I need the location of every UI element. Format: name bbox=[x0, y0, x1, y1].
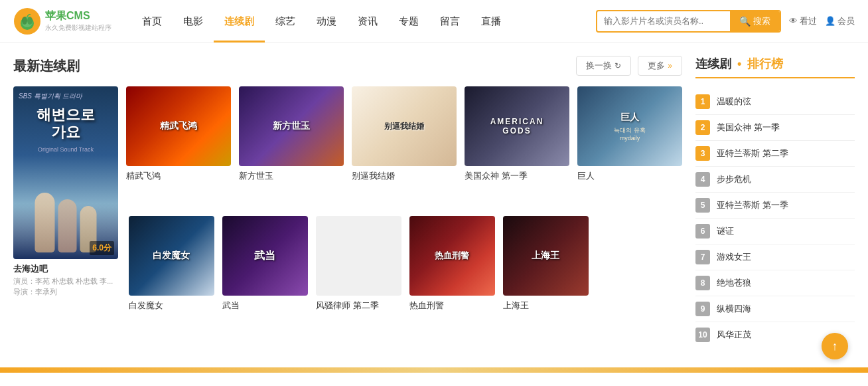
user-icon: 👤 bbox=[825, 16, 835, 26]
ranking-item-3[interactable]: 3 亚特兰蒂斯 第二季 bbox=[695, 141, 855, 167]
movie-title-8: 武当 bbox=[222, 300, 308, 312]
section-title: 最新连续剧 bbox=[13, 57, 80, 75]
ranking-title-10: 风华正茂 bbox=[717, 329, 751, 341]
section-header: 最新连续剧 换一换 ↻ 更多 » bbox=[13, 56, 682, 76]
movie-title-1: 去海边吧 bbox=[13, 263, 118, 275]
movie-card-6[interactable]: 巨人 늑대의 유혹mydaily 巨人 bbox=[577, 86, 682, 182]
nav-item-special[interactable]: 专题 bbox=[388, 0, 429, 43]
ranking-title-1: 温暖的弦 bbox=[717, 96, 751, 108]
logo-title: 苹果CMS bbox=[45, 9, 111, 23]
rank-number-4: 4 bbox=[695, 172, 710, 187]
ranking-list: 1 温暖的弦 2 美国众神 第一季 3 亚特兰蒂斯 第二季 4 步步危机 5 亚… bbox=[695, 89, 855, 347]
ranking-title-6: 谜证 bbox=[717, 225, 734, 237]
ranking-title-2: 美国众神 第一季 bbox=[717, 122, 780, 134]
ranking-title-7: 游戏女王 bbox=[717, 251, 751, 263]
nav-item-variety[interactable]: 综艺 bbox=[265, 0, 306, 43]
header: 苹果CMS 永久免费影视建站程序 首页 电影 连续剧 综艺 动漫 资讯 专题 留… bbox=[0, 0, 868, 43]
scroll-top-button[interactable]: ↑ bbox=[822, 333, 848, 359]
ranking-title-5: 亚特兰蒂斯 第一季 bbox=[717, 199, 788, 211]
ranking-sidebar: 连续剧 • 排行榜 1 温暖的弦 2 美国众神 第一季 3 亚特兰蒂斯 第二季 bbox=[695, 56, 855, 347]
ranking-title-8: 绝地苍狼 bbox=[717, 277, 751, 289]
movie-title-7: 白发魔女 bbox=[129, 300, 214, 312]
ranking-item-8[interactable]: 8 绝地苍狼 bbox=[695, 270, 855, 296]
nav-item-message[interactable]: 留言 bbox=[429, 0, 470, 43]
arrow-up-icon: ↑ bbox=[832, 339, 838, 353]
rank-number-2: 2 bbox=[695, 120, 710, 135]
ranking-item-6[interactable]: 6 谜证 bbox=[695, 219, 855, 244]
movie-title-10: 热血刑警 bbox=[409, 300, 495, 312]
movie-title-6: 巨人 bbox=[577, 170, 682, 182]
logo-icon bbox=[13, 7, 41, 35]
movie-card-9[interactable]: 风骚律师 第二季 bbox=[316, 216, 401, 312]
rank-number-6: 6 bbox=[695, 224, 710, 239]
nav-item-news[interactable]: 资讯 bbox=[347, 0, 388, 43]
movie-title-3: 新方世玉 bbox=[239, 170, 344, 182]
movie-title-4: 别逼我结婚 bbox=[352, 170, 457, 182]
rank-number-7: 7 bbox=[695, 250, 710, 264]
search-icon: 🔍 bbox=[739, 16, 751, 27]
bottom-bar bbox=[0, 367, 868, 373]
more-icon: » bbox=[668, 61, 672, 70]
header-right: 🔍 搜索 👁 看过 👤 会员 bbox=[596, 10, 855, 33]
ranking-item-5[interactable]: 5 亚特兰蒂斯 第一季 bbox=[695, 193, 855, 219]
ranking-item-4[interactable]: 4 步步危机 bbox=[695, 167, 855, 193]
movie-card-7[interactable]: 白发魔女 白发魔女 bbox=[129, 216, 214, 312]
ranking-item-9[interactable]: 9 纵横四海 bbox=[695, 296, 855, 322]
nav-item-anime[interactable]: 动漫 bbox=[306, 0, 347, 43]
refresh-button[interactable]: 换一换 ↻ bbox=[576, 56, 631, 76]
rank-number-9: 9 bbox=[695, 302, 710, 316]
movie-card-1[interactable]: SBS 특별기획 드라마 해변으로가요 Original Sound Track… bbox=[13, 86, 118, 297]
logo-subtitle: 永久免费影视建站程序 bbox=[45, 23, 111, 33]
rank-number-5: 5 bbox=[695, 198, 710, 213]
search-input[interactable] bbox=[597, 16, 730, 26]
member-link[interactable]: 👤 会员 bbox=[825, 15, 855, 27]
logo-area: 苹果CMS 永久免费影视建站程序 bbox=[13, 7, 111, 35]
ranking-title-4: 步步危机 bbox=[717, 173, 751, 185]
ranking-title-9: 纵横四海 bbox=[717, 303, 751, 315]
nav-item-live[interactable]: 直播 bbox=[470, 0, 512, 43]
movie-card-8[interactable]: 武当 武当 bbox=[222, 216, 308, 312]
rank-number-1: 1 bbox=[695, 94, 710, 109]
search-box: 🔍 搜索 bbox=[596, 10, 781, 33]
movie-card-10[interactable]: 热血刑警 热血刑警 bbox=[409, 216, 495, 312]
content-left: 最新连续剧 换一换 ↻ 更多 » SBS 특별기획 드라마 해변으로가요 bbox=[13, 56, 682, 347]
movie-score-1: 6.0分 bbox=[90, 241, 114, 255]
movie-director-1: 导演：李承列 bbox=[13, 287, 118, 297]
main-nav: 首页 电影 连续剧 综艺 动漫 资讯 专题 留言 直播 bbox=[131, 0, 596, 43]
svg-point-3 bbox=[22, 17, 27, 25]
nav-item-movie[interactable]: 电影 bbox=[173, 0, 214, 43]
ranking-title-3: 亚特兰蒂斯 第二季 bbox=[717, 147, 788, 159]
svg-point-4 bbox=[27, 17, 33, 25]
nav-item-series[interactable]: 连续剧 bbox=[214, 0, 265, 43]
movie-title-5: 美国众神 第一季 bbox=[465, 170, 569, 182]
movie-card-5[interactable]: AMERICANGODS 美国众神 第一季 bbox=[465, 86, 569, 182]
refresh-icon: ↻ bbox=[615, 61, 621, 70]
more-button[interactable]: 更多 » bbox=[638, 56, 682, 76]
search-button[interactable]: 🔍 搜索 bbox=[730, 10, 780, 33]
movie-card-4[interactable]: 别逼我结婚 别逼我结婚 bbox=[352, 86, 457, 182]
movie-title-9: 风骚律师 第二季 bbox=[316, 300, 401, 312]
movie-card-11[interactable]: 上海王 上海王 bbox=[503, 216, 589, 312]
movie-card-2[interactable]: 精武飞鸿 精武飞鸿 bbox=[126, 86, 231, 182]
rank-number-3: 3 bbox=[695, 146, 710, 161]
movie-card-3[interactable]: 新方世玉 新方世玉 bbox=[239, 86, 344, 182]
movie-actors-1: 演员：李苑 朴忠载 朴忠载 李... bbox=[13, 276, 118, 286]
rank-number-8: 8 bbox=[695, 276, 710, 290]
nav-item-home[interactable]: 首页 bbox=[131, 0, 173, 43]
ranking-item-1[interactable]: 1 温暖的弦 bbox=[695, 89, 855, 115]
watched-link[interactable]: 👁 看过 bbox=[789, 15, 817, 27]
eye-icon: 👁 bbox=[789, 16, 798, 26]
ranking-header: 连续剧 • 排行榜 bbox=[695, 56, 855, 78]
section-actions: 换一换 ↻ 更多 » bbox=[576, 56, 682, 76]
movie-title-2: 精武飞鸿 bbox=[126, 170, 231, 182]
rank-number-10: 10 bbox=[695, 328, 710, 342]
ranking-item-7[interactable]: 7 游戏女王 bbox=[695, 244, 855, 270]
movie-title-11: 上海王 bbox=[503, 300, 589, 312]
main-content: 最新连续剧 换一换 ↻ 更多 » SBS 특별기획 드라마 해변으로가요 bbox=[0, 43, 868, 347]
ranking-item-2[interactable]: 2 美国众神 第一季 bbox=[695, 115, 855, 141]
